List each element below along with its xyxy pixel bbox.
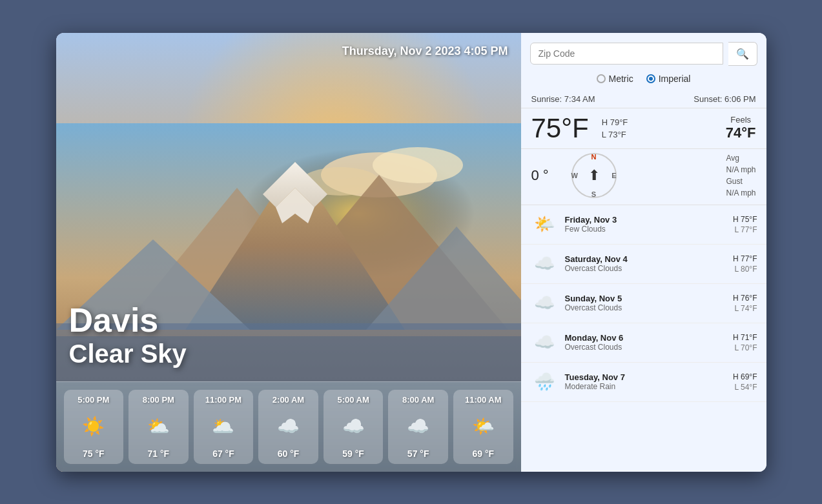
forecast-list: 🌤️ Friday, Nov 3 Few Clouds H 75°F L 77°… bbox=[521, 205, 766, 472]
forecast-item: 🌧️ Tuesday, Nov 7 Moderate Rain H 69°F L… bbox=[521, 363, 766, 402]
sunrise-display: Sunrise: 7:34 AM bbox=[531, 94, 595, 104]
compass-south: S bbox=[591, 190, 596, 198]
hour-card: 5:00 PM ☀️ 75 °F bbox=[64, 390, 124, 464]
right-panel: 🔍 Metric Imperial Sunrise: 7:34 AM Sunse… bbox=[521, 33, 766, 472]
forecast-temps: H 77°F L 80°F bbox=[733, 254, 757, 274]
forecast-day-info: Tuesday, Nov 7 Moderate Rain bbox=[565, 372, 727, 391]
hour-card: 11:00 AM 🌤️ 69 °F bbox=[453, 390, 513, 464]
forecast-day-name: Tuesday, Nov 7 bbox=[565, 372, 727, 382]
forecast-temps: H 76°F L 74°F bbox=[733, 294, 757, 313]
current-condition: Clear Sky bbox=[69, 339, 187, 368]
forecast-high: H 75°F bbox=[733, 215, 757, 224]
compass-arrow-icon: ⬆ bbox=[588, 167, 600, 184]
hour-card: 5:00 AM ☁️ 59 °F bbox=[324, 390, 384, 464]
hour-icon: ☁️ bbox=[277, 416, 300, 437]
hour-temp: 75 °F bbox=[83, 449, 105, 459]
forecast-high: H 69°F bbox=[733, 372, 757, 381]
current-weather-panel: 75°F H 79°F L 73°F Feels 74°F bbox=[521, 108, 766, 149]
feels-label: Feels bbox=[730, 115, 751, 125]
wind-gust-value: N/A mph bbox=[726, 188, 755, 197]
forecast-low: L 54°F bbox=[734, 383, 757, 392]
high-temp: H 79°F bbox=[602, 117, 628, 127]
compass-north: N bbox=[591, 153, 597, 161]
imperial-option[interactable]: Imperial bbox=[646, 74, 691, 84]
forecast-day-name: Sunday, Nov 5 bbox=[565, 294, 727, 303]
forecast-high: H 76°F bbox=[733, 294, 757, 303]
forecast-day-name: Saturday, Nov 4 bbox=[565, 254, 727, 264]
forecast-high: H 71°F bbox=[733, 333, 757, 342]
hour-temp: 67 °F bbox=[212, 449, 234, 459]
sunrise-sunset-bar: Sunrise: 7:34 AM Sunset: 6:06 PM bbox=[521, 90, 766, 108]
forecast-icon: 🌤️ bbox=[530, 210, 559, 239]
wind-avg-value: N/A mph bbox=[726, 165, 755, 174]
compass: N S E W ⬆ bbox=[571, 153, 617, 198]
svg-point-3 bbox=[373, 147, 463, 183]
metric-option[interactable]: Metric bbox=[597, 74, 633, 84]
hour-time: 5:00 AM bbox=[337, 395, 369, 405]
feels-temp: 74°F bbox=[726, 125, 756, 141]
weather-widget: Thursday, Nov 2 2023 4:05 PM Davis Clear… bbox=[56, 33, 766, 472]
hour-time: 11:00 PM bbox=[205, 395, 241, 405]
hourly-forecast-strip: 5:00 PM ☀️ 75 °F 8:00 PM ⛅ 71 °F 11:00 P… bbox=[56, 381, 521, 472]
compass-ring: N S E W ⬆ bbox=[571, 153, 617, 198]
compass-west: W bbox=[571, 172, 578, 179]
forecast-condition: Moderate Rain bbox=[565, 382, 727, 391]
feels-like: Feels 74°F bbox=[726, 115, 756, 142]
forecast-item: ☁️ Monday, Nov 6 Overcast Clouds H 71°F … bbox=[521, 323, 766, 363]
imperial-label: Imperial bbox=[659, 74, 691, 84]
forecast-condition: Few Clouds bbox=[565, 225, 727, 234]
current-temp: 75°F bbox=[531, 115, 589, 142]
wind-stats: Avg N/A mph Gust N/A mph bbox=[726, 154, 755, 197]
metric-label: Metric bbox=[609, 74, 633, 84]
hour-time: 8:00 PM bbox=[143, 395, 174, 405]
forecast-temps: H 71°F L 70°F bbox=[733, 333, 757, 352]
wind-section: 0 ° N S E W ⬆ Avg N/A mph Gust N/A mph bbox=[521, 149, 766, 205]
search-button[interactable]: 🔍 bbox=[728, 42, 757, 66]
imperial-radio[interactable] bbox=[646, 74, 655, 83]
hour-icon: ☁️ bbox=[342, 416, 365, 437]
hour-card: 8:00 PM ⛅ 71 °F bbox=[128, 390, 189, 464]
hour-icon: 🌥️ bbox=[212, 416, 234, 437]
forecast-icon: ☁️ bbox=[530, 328, 559, 357]
forecast-day-info: Friday, Nov 3 Few Clouds bbox=[565, 215, 727, 234]
forecast-item: ☁️ Saturday, Nov 4 Overcast Clouds H 77°… bbox=[521, 245, 766, 284]
hour-icon: 🌤️ bbox=[472, 416, 495, 437]
forecast-temps: H 69°F L 54°F bbox=[733, 372, 757, 392]
forecast-condition: Overcast Clouds bbox=[565, 343, 727, 352]
hour-card: 2:00 AM ☁️ 60 °F bbox=[258, 390, 318, 464]
hour-time: 8:00 AM bbox=[402, 395, 434, 405]
hour-temp: 69 °F bbox=[472, 449, 494, 459]
forecast-icon: 🌧️ bbox=[530, 368, 559, 396]
forecast-day-name: Friday, Nov 3 bbox=[565, 215, 727, 225]
forecast-low: L 74°F bbox=[734, 304, 757, 313]
metric-radio[interactable] bbox=[597, 74, 606, 83]
wind-speed: 0 ° bbox=[531, 167, 564, 184]
hour-temp: 71 °F bbox=[148, 449, 170, 459]
left-panel: Thursday, Nov 2 2023 4:05 PM Davis Clear… bbox=[56, 33, 521, 472]
forecast-icon: ☁️ bbox=[530, 250, 559, 278]
forecast-high: H 77°F bbox=[733, 254, 757, 263]
forecast-item: 🌤️ Friday, Nov 3 Few Clouds H 75°F L 77°… bbox=[521, 205, 766, 245]
hour-temp: 57 °F bbox=[407, 449, 429, 459]
hour-card: 8:00 AM ☁️ 57 °F bbox=[388, 390, 448, 464]
forecast-icon: ☁️ bbox=[530, 289, 559, 318]
forecast-day-info: Monday, Nov 6 Overcast Clouds bbox=[565, 333, 727, 352]
forecast-item: ☁️ Sunday, Nov 5 Overcast Clouds H 76°F … bbox=[521, 284, 766, 323]
hour-temp: 59 °F bbox=[342, 449, 364, 459]
forecast-condition: Overcast Clouds bbox=[565, 303, 727, 312]
city-info: Davis Clear Sky bbox=[69, 302, 187, 368]
forecast-temps: H 75°F L 77°F bbox=[733, 215, 757, 234]
forecast-low: L 77°F bbox=[734, 225, 757, 234]
wind-gust-label: Gust bbox=[726, 177, 755, 186]
high-low: H 79°F L 73°F bbox=[602, 115, 628, 142]
hour-time: 2:00 AM bbox=[272, 395, 304, 405]
forecast-condition: Overcast Clouds bbox=[565, 264, 727, 273]
wind-avg-label: Avg bbox=[726, 154, 755, 163]
search-bar: 🔍 bbox=[521, 33, 766, 71]
city-name: Davis bbox=[69, 302, 187, 339]
hour-time: 11:00 AM bbox=[465, 395, 502, 405]
sunset-display: Sunset: 6:06 PM bbox=[694, 94, 755, 104]
zip-code-input[interactable] bbox=[530, 43, 723, 65]
hour-time: 5:00 PM bbox=[77, 395, 109, 405]
forecast-day-info: Saturday, Nov 4 Overcast Clouds bbox=[565, 254, 727, 273]
